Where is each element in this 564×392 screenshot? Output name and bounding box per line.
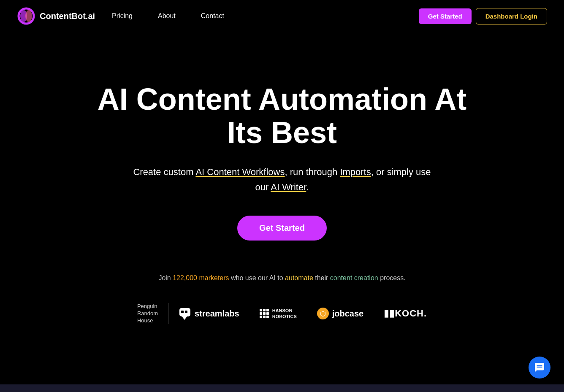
nav-left: ContentBot.ai Pricing About Contact (17, 7, 224, 25)
hero-subtitle: Create custom AI Content Workflows, run … (122, 165, 442, 194)
hero-section: AI Content Automation At Its Best Create… (0, 32, 564, 358)
logo-jobcase: ⬡ jobcase (307, 308, 374, 319)
browser-bottom-bar (0, 384, 564, 392)
nav-right: Get Started Dashboard Login (419, 8, 547, 24)
hero-subtitle-before: Create custom (133, 167, 195, 177)
navbar: ContentBot.ai Pricing About Contact Get … (0, 0, 564, 32)
logos-row: Penguin Random House streamlabs (127, 303, 437, 324)
logo-koch: ▮▮KOCH. (374, 308, 437, 319)
logo-hanson-robotics: HANSON ROBOTICS (249, 308, 307, 320)
social-proof-content-creation: content creation (330, 274, 378, 281)
logo-text: ContentBot.ai (40, 11, 95, 21)
hero-subtitle-mid1: , run through (285, 167, 340, 177)
svg-point-2 (25, 10, 32, 22)
hero-subtitle-after: . (306, 182, 309, 192)
logo-penguin-random-house: Penguin Random House (127, 303, 168, 324)
nav-link-contact[interactable]: Contact (201, 12, 224, 20)
chat-support-button[interactable] (529, 357, 550, 378)
get-started-nav-button[interactable]: Get Started (419, 8, 472, 24)
logo-streamlabs: streamlabs (168, 307, 249, 320)
social-proof-count: 122,000 marketers (173, 274, 229, 281)
social-proof: Join 122,000 marketers who use our AI to… (158, 274, 405, 282)
dashboard-login-button[interactable]: Dashboard Login (476, 8, 547, 24)
hero-link-workflows[interactable]: AI Content Workflows (195, 167, 285, 177)
nav-link-pricing[interactable]: Pricing (112, 12, 133, 20)
svg-marker-4 (182, 316, 187, 320)
hero-link-ai-writer[interactable]: AI Writer (271, 182, 306, 192)
svg-rect-6 (185, 311, 187, 313)
svg-rect-5 (181, 311, 184, 313)
social-proof-automate: automate (285, 274, 313, 281)
social-proof-mid2: their (313, 274, 330, 281)
hero-title: AI Content Automation At Its Best (92, 83, 472, 149)
logo-icon (17, 7, 35, 25)
hero-link-imports[interactable]: Imports (340, 167, 371, 177)
nav-links: Pricing About Contact (112, 12, 224, 20)
nav-link-about[interactable]: About (158, 12, 176, 20)
social-proof-before: Join (158, 274, 173, 281)
logo-link[interactable]: ContentBot.ai (17, 7, 95, 25)
social-proof-mid1: who use our AI to (229, 274, 285, 281)
streamlabs-icon (179, 307, 191, 320)
chat-icon (534, 362, 545, 373)
get-started-hero-button[interactable]: Get Started (237, 216, 327, 241)
social-proof-after: process. (378, 274, 406, 281)
